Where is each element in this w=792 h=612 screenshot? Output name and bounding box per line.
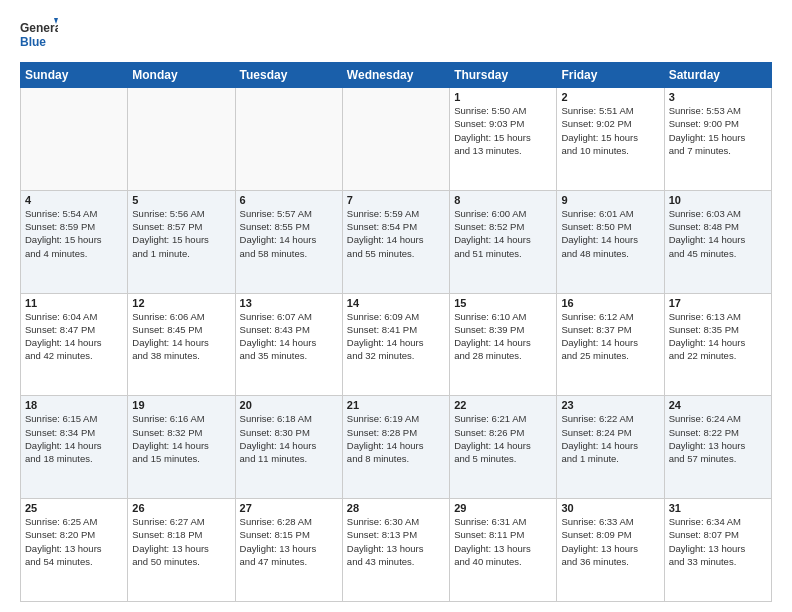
weekday-header-thursday: Thursday <box>450 63 557 88</box>
day-number: 18 <box>25 399 123 411</box>
calendar-cell: 13Sunrise: 6:07 AMSunset: 8:43 PMDayligh… <box>235 293 342 396</box>
calendar-week-1: 1Sunrise: 5:50 AMSunset: 9:03 PMDaylight… <box>21 88 772 191</box>
day-info: Sunrise: 6:00 AMSunset: 8:52 PMDaylight:… <box>454 207 552 260</box>
day-number: 24 <box>669 399 767 411</box>
calendar-cell: 16Sunrise: 6:12 AMSunset: 8:37 PMDayligh… <box>557 293 664 396</box>
calendar-week-3: 11Sunrise: 6:04 AMSunset: 8:47 PMDayligh… <box>21 293 772 396</box>
day-info: Sunrise: 5:54 AMSunset: 8:59 PMDaylight:… <box>25 207 123 260</box>
calendar-cell: 4Sunrise: 5:54 AMSunset: 8:59 PMDaylight… <box>21 190 128 293</box>
calendar-cell: 23Sunrise: 6:22 AMSunset: 8:24 PMDayligh… <box>557 396 664 499</box>
day-number: 6 <box>240 194 338 206</box>
calendar-body: 1Sunrise: 5:50 AMSunset: 9:03 PMDaylight… <box>21 88 772 602</box>
day-info: Sunrise: 5:57 AMSunset: 8:55 PMDaylight:… <box>240 207 338 260</box>
calendar-cell: 12Sunrise: 6:06 AMSunset: 8:45 PMDayligh… <box>128 293 235 396</box>
calendar-cell: 28Sunrise: 6:30 AMSunset: 8:13 PMDayligh… <box>342 499 449 602</box>
day-number: 9 <box>561 194 659 206</box>
calendar-cell: 30Sunrise: 6:33 AMSunset: 8:09 PMDayligh… <box>557 499 664 602</box>
day-number: 13 <box>240 297 338 309</box>
calendar-cell: 14Sunrise: 6:09 AMSunset: 8:41 PMDayligh… <box>342 293 449 396</box>
day-number: 8 <box>454 194 552 206</box>
day-number: 3 <box>669 91 767 103</box>
day-info: Sunrise: 6:33 AMSunset: 8:09 PMDaylight:… <box>561 515 659 568</box>
calendar-cell: 17Sunrise: 6:13 AMSunset: 8:35 PMDayligh… <box>664 293 771 396</box>
calendar-cell <box>128 88 235 191</box>
svg-text:General: General <box>20 21 58 35</box>
day-number: 21 <box>347 399 445 411</box>
calendar-cell <box>342 88 449 191</box>
day-info: Sunrise: 6:07 AMSunset: 8:43 PMDaylight:… <box>240 310 338 363</box>
day-info: Sunrise: 6:19 AMSunset: 8:28 PMDaylight:… <box>347 412 445 465</box>
day-info: Sunrise: 6:31 AMSunset: 8:11 PMDaylight:… <box>454 515 552 568</box>
day-number: 23 <box>561 399 659 411</box>
day-info: Sunrise: 6:13 AMSunset: 8:35 PMDaylight:… <box>669 310 767 363</box>
day-number: 28 <box>347 502 445 514</box>
day-number: 31 <box>669 502 767 514</box>
day-info: Sunrise: 6:34 AMSunset: 8:07 PMDaylight:… <box>669 515 767 568</box>
day-number: 20 <box>240 399 338 411</box>
day-info: Sunrise: 5:51 AMSunset: 9:02 PMDaylight:… <box>561 104 659 157</box>
day-info: Sunrise: 5:59 AMSunset: 8:54 PMDaylight:… <box>347 207 445 260</box>
day-number: 17 <box>669 297 767 309</box>
day-info: Sunrise: 6:22 AMSunset: 8:24 PMDaylight:… <box>561 412 659 465</box>
day-info: Sunrise: 6:01 AMSunset: 8:50 PMDaylight:… <box>561 207 659 260</box>
calendar-cell <box>21 88 128 191</box>
day-number: 15 <box>454 297 552 309</box>
svg-text:Blue: Blue <box>20 35 46 49</box>
logo: General Blue <box>20 16 58 54</box>
day-info: Sunrise: 5:56 AMSunset: 8:57 PMDaylight:… <box>132 207 230 260</box>
day-number: 25 <box>25 502 123 514</box>
calendar-cell: 11Sunrise: 6:04 AMSunset: 8:47 PMDayligh… <box>21 293 128 396</box>
day-number: 27 <box>240 502 338 514</box>
calendar-cell: 19Sunrise: 6:16 AMSunset: 8:32 PMDayligh… <box>128 396 235 499</box>
day-info: Sunrise: 6:06 AMSunset: 8:45 PMDaylight:… <box>132 310 230 363</box>
calendar-cell: 15Sunrise: 6:10 AMSunset: 8:39 PMDayligh… <box>450 293 557 396</box>
calendar-cell <box>235 88 342 191</box>
calendar-cell: 3Sunrise: 5:53 AMSunset: 9:00 PMDaylight… <box>664 88 771 191</box>
day-number: 12 <box>132 297 230 309</box>
calendar-cell: 24Sunrise: 6:24 AMSunset: 8:22 PMDayligh… <box>664 396 771 499</box>
day-number: 4 <box>25 194 123 206</box>
day-info: Sunrise: 6:28 AMSunset: 8:15 PMDaylight:… <box>240 515 338 568</box>
calendar-cell: 26Sunrise: 6:27 AMSunset: 8:18 PMDayligh… <box>128 499 235 602</box>
calendar-week-5: 25Sunrise: 6:25 AMSunset: 8:20 PMDayligh… <box>21 499 772 602</box>
day-info: Sunrise: 5:53 AMSunset: 9:00 PMDaylight:… <box>669 104 767 157</box>
calendar-cell: 6Sunrise: 5:57 AMSunset: 8:55 PMDaylight… <box>235 190 342 293</box>
calendar-cell: 25Sunrise: 6:25 AMSunset: 8:20 PMDayligh… <box>21 499 128 602</box>
calendar-cell: 21Sunrise: 6:19 AMSunset: 8:28 PMDayligh… <box>342 396 449 499</box>
calendar-cell: 20Sunrise: 6:18 AMSunset: 8:30 PMDayligh… <box>235 396 342 499</box>
weekday-header-monday: Monday <box>128 63 235 88</box>
calendar-week-2: 4Sunrise: 5:54 AMSunset: 8:59 PMDaylight… <box>21 190 772 293</box>
day-info: Sunrise: 6:21 AMSunset: 8:26 PMDaylight:… <box>454 412 552 465</box>
day-number: 7 <box>347 194 445 206</box>
header: General Blue <box>20 16 772 54</box>
day-info: Sunrise: 6:24 AMSunset: 8:22 PMDaylight:… <box>669 412 767 465</box>
logo-svg: General Blue <box>20 16 58 54</box>
day-info: Sunrise: 5:50 AMSunset: 9:03 PMDaylight:… <box>454 104 552 157</box>
calendar-week-4: 18Sunrise: 6:15 AMSunset: 8:34 PMDayligh… <box>21 396 772 499</box>
day-info: Sunrise: 6:09 AMSunset: 8:41 PMDaylight:… <box>347 310 445 363</box>
weekday-header-tuesday: Tuesday <box>235 63 342 88</box>
weekday-header-saturday: Saturday <box>664 63 771 88</box>
calendar-cell: 7Sunrise: 5:59 AMSunset: 8:54 PMDaylight… <box>342 190 449 293</box>
day-info: Sunrise: 6:15 AMSunset: 8:34 PMDaylight:… <box>25 412 123 465</box>
day-number: 29 <box>454 502 552 514</box>
day-number: 5 <box>132 194 230 206</box>
weekday-header-sunday: Sunday <box>21 63 128 88</box>
calendar-cell: 27Sunrise: 6:28 AMSunset: 8:15 PMDayligh… <box>235 499 342 602</box>
page: General Blue SundayMondayTuesdayWednesda… <box>0 0 792 612</box>
day-number: 30 <box>561 502 659 514</box>
day-info: Sunrise: 6:16 AMSunset: 8:32 PMDaylight:… <box>132 412 230 465</box>
weekday-header-wednesday: Wednesday <box>342 63 449 88</box>
calendar-cell: 1Sunrise: 5:50 AMSunset: 9:03 PMDaylight… <box>450 88 557 191</box>
day-number: 16 <box>561 297 659 309</box>
calendar-cell: 2Sunrise: 5:51 AMSunset: 9:02 PMDaylight… <box>557 88 664 191</box>
calendar-header: SundayMondayTuesdayWednesdayThursdayFrid… <box>21 63 772 88</box>
calendar-cell: 18Sunrise: 6:15 AMSunset: 8:34 PMDayligh… <box>21 396 128 499</box>
day-number: 19 <box>132 399 230 411</box>
calendar-cell: 9Sunrise: 6:01 AMSunset: 8:50 PMDaylight… <box>557 190 664 293</box>
calendar-cell: 22Sunrise: 6:21 AMSunset: 8:26 PMDayligh… <box>450 396 557 499</box>
calendar-cell: 31Sunrise: 6:34 AMSunset: 8:07 PMDayligh… <box>664 499 771 602</box>
calendar-cell: 29Sunrise: 6:31 AMSunset: 8:11 PMDayligh… <box>450 499 557 602</box>
day-number: 1 <box>454 91 552 103</box>
day-info: Sunrise: 6:10 AMSunset: 8:39 PMDaylight:… <box>454 310 552 363</box>
